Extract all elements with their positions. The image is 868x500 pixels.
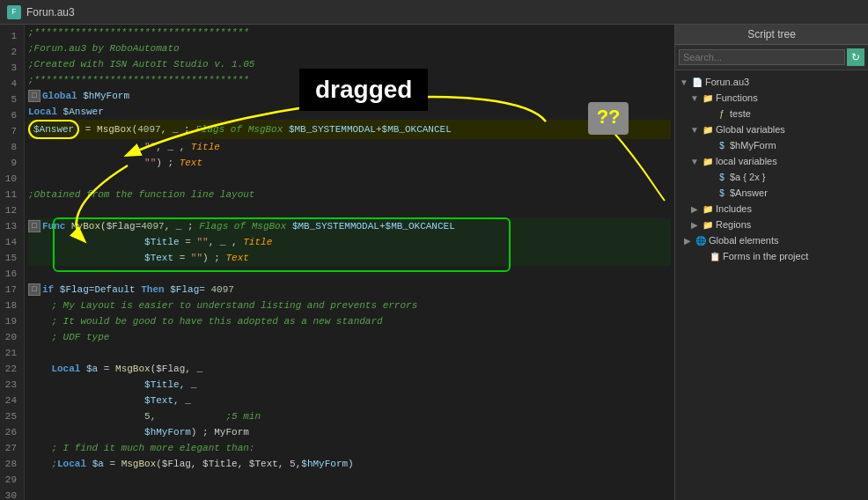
a2x-label: $a { 2x } — [730, 172, 765, 182]
expand-btn-17[interactable]: □ — [28, 283, 40, 296]
answer-icon: $ — [716, 187, 728, 199]
root-label: Forun.au3 — [705, 77, 749, 87]
functions-toggle[interactable]: ▼ — [689, 92, 700, 103]
code-line-15: $Text = "") ; Text — [28, 250, 671, 266]
code-line-3: ;Created with ISN AutoIt Studio v. 1.05 — [28, 56, 671, 72]
line-number-5: 5 — [4, 92, 20, 107]
globalel-toggle[interactable]: ▶ — [682, 235, 693, 246]
code-line-20: ; UDF type — [28, 329, 671, 345]
line-number-4: 4 — [4, 76, 20, 92]
tree-hmyform[interactable]: $ $hMyForm — [675, 137, 868, 153]
code-line-2: ;Forun.au3 by RoboAutomato — [28, 40, 671, 56]
line-number-30: 30 — [4, 488, 20, 500]
tree-includes[interactable]: ▶ 📁 Includes — [675, 201, 868, 217]
tree-regions[interactable]: ▶ 📁 Regions — [675, 217, 868, 232]
app-icon: F — [7, 5, 21, 19]
includes-toggle[interactable]: ▶ — [689, 203, 700, 214]
tree-answer[interactable]: $ $Answer — [675, 185, 868, 201]
regions-toggle[interactable]: ▶ — [689, 219, 700, 230]
line-number-12: 12 — [4, 202, 20, 218]
tree-functions[interactable]: ▼ 📁 Functions — [675, 90, 868, 106]
line-number-17: 17 — [4, 282, 20, 298]
localvars-folder-icon: 📁 — [702, 155, 714, 167]
code-line-19: ; It would be good to have this adopted … — [28, 313, 671, 329]
teste-toggle — [703, 108, 714, 119]
script-tree: Script tree ↻ ▼ 📄 Forun.au3 ▼ 📁 Function… — [674, 25, 868, 500]
tree-teste[interactable]: ƒ teste — [675, 106, 868, 121]
globalel-icon: 🌐 — [695, 234, 707, 246]
tree-local-vars[interactable]: ▼ 📁 local variables — [675, 153, 868, 169]
line-number-22: 22 — [4, 361, 20, 377]
titlebar: F Forun.au3 — [0, 0, 868, 25]
hmyform-label: $hMyForm — [730, 140, 776, 151]
localvars-label: local variables — [716, 156, 777, 166]
code-line-30 — [28, 488, 671, 500]
line-number-29: 29 — [4, 472, 20, 488]
tree-content: ▼ 📄 Forun.au3 ▼ 📁 Functions ƒ teste ▼ 📁 … — [675, 70, 868, 500]
line-number-28: 28 — [4, 456, 20, 472]
code-line-22: Local $a = MsgBox($Flag, _ — [28, 361, 671, 377]
tree-forms[interactable]: 📋 Forms in the project — [675, 248, 868, 264]
code-line-8: "", _ , Title — [28, 139, 671, 155]
includes-label: Includes — [716, 203, 752, 214]
code-pane[interactable]: 1234567891011121314151617181920212223242… — [0, 25, 674, 500]
tree-global-vars[interactable]: ▼ 📁 Global variables — [675, 121, 868, 137]
line-numbers: 1234567891011121314151617181920212223242… — [0, 25, 25, 500]
line-number-24: 24 — [4, 393, 20, 408]
code-line-27: ; I find it much more elegant than: — [28, 440, 671, 456]
code-line-14: $Title = "", _ , Title — [28, 234, 671, 250]
refresh-button[interactable]: ↻ — [847, 48, 864, 66]
code-line-26: $hMyForm) ; MyForm — [28, 424, 671, 440]
search-bar: ↻ — [675, 45, 868, 70]
code-line-24: $Text, _ — [28, 393, 671, 408]
code-line-23: $Title, _ — [28, 377, 671, 393]
includes-folder-icon: 📁 — [702, 202, 714, 215]
code-line-6: Local $Answer — [28, 104, 671, 120]
expand-btn-5[interactable]: □ — [28, 90, 40, 102]
line-number-7: 7 — [4, 123, 20, 139]
regions-folder-icon: 📁 — [702, 218, 714, 231]
hmyform-icon: $ — [716, 139, 728, 151]
line-number-14: 14 — [4, 234, 20, 250]
line-number-15: 15 — [4, 250, 20, 266]
code-line-7: $Answer = MsgBox(4097, _ ; Flags of MsgB… — [28, 120, 671, 139]
code-line-4: ;************************************* — [28, 72, 671, 88]
line-number-8: 8 — [4, 139, 20, 155]
tree-global-elements[interactable]: ▶ 🌐 Global elements — [675, 232, 868, 248]
line-number-19: 19 — [4, 313, 20, 329]
line-number-13: 13 — [4, 218, 20, 234]
code-line-16 — [28, 266, 671, 282]
line-number-10: 10 — [4, 171, 20, 187]
line-number-1: 1 — [4, 28, 20, 44]
code-line-1: ;************************************* — [28, 25, 671, 40]
search-input[interactable] — [679, 49, 845, 65]
root-icon: 📄 — [691, 76, 703, 88]
code-line-28: ;Local $a = MsgBox($Flag, $Title, $Text,… — [28, 456, 671, 472]
code-line-11: ;Obtained from the function line layout — [28, 187, 671, 202]
code-line-21 — [28, 345, 671, 361]
code-line-5: □Global $hMyForm — [28, 88, 671, 104]
tree-a2x[interactable]: $ $a { 2x } — [675, 169, 868, 185]
tree-root[interactable]: ▼ 📄 Forun.au3 — [675, 74, 868, 90]
line-number-18: 18 — [4, 298, 20, 313]
code-line-18: ; My Layout is easier to understand list… — [28, 298, 671, 313]
regions-label: Regions — [716, 219, 751, 230]
code-line-9: "") ; Text — [28, 155, 671, 171]
code-area: 1234567891011121314151617181920212223242… — [0, 25, 674, 500]
localvars-toggle[interactable]: ▼ — [689, 156, 700, 166]
globalvars-folder-icon: 📁 — [702, 123, 714, 136]
line-number-21: 21 — [4, 345, 20, 361]
script-tree-title: Script tree — [675, 25, 868, 45]
line-number-16: 16 — [4, 266, 20, 282]
root-toggle[interactable]: ▼ — [679, 77, 689, 87]
line-number-6: 6 — [4, 107, 20, 123]
window-title: Forun.au3 — [26, 6, 75, 18]
teste-func-icon: ƒ — [716, 107, 728, 120]
code-content[interactable]: ;*************************************;F… — [25, 25, 674, 500]
code-line-13: □Func MyBox($Flag=4097, _ ; Flags of Msg… — [28, 218, 671, 234]
line-number-23: 23 — [4, 377, 20, 393]
expand-btn-13[interactable]: □ — [28, 220, 40, 232]
line-number-25: 25 — [4, 408, 20, 424]
line-number-26: 26 — [4, 424, 20, 440]
globalvars-toggle[interactable]: ▼ — [689, 124, 700, 135]
